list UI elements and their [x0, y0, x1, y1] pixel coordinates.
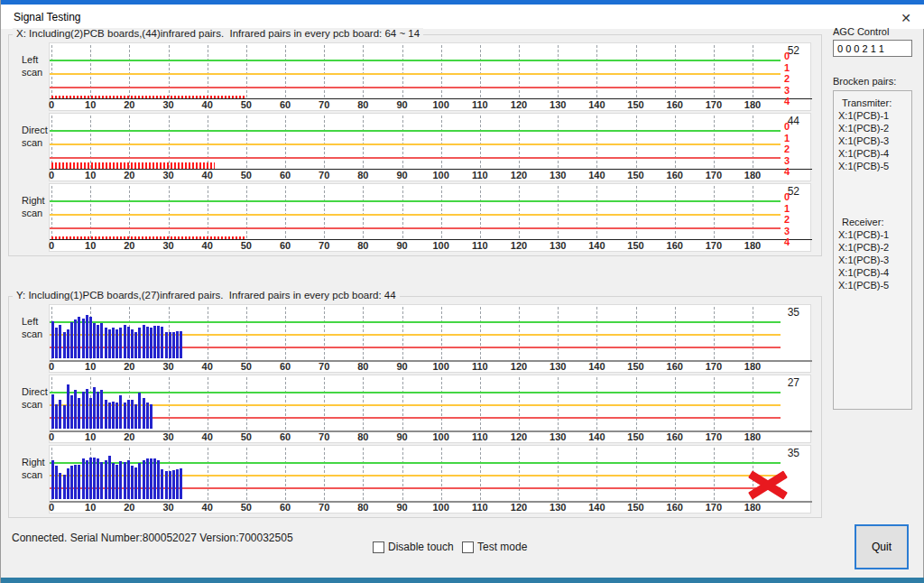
axis-tick-label: 40	[195, 431, 220, 442]
axis-tick-label: 70	[311, 361, 337, 372]
scan-row-left: Left scan0102030405060708090100110120130…	[9, 304, 821, 373]
axis-tick-label: 0	[39, 99, 64, 110]
test-mode-checkbox[interactable]: Test mode	[462, 541, 527, 553]
signal-bar	[70, 466, 73, 499]
gridline	[753, 116, 753, 168]
gridline	[208, 377, 208, 430]
disable-touch-checkbox[interactable]: Disable touch	[373, 541, 454, 553]
axis-tick-label: 100	[429, 502, 454, 513]
scale-label: 2	[784, 73, 790, 84]
gridline	[246, 448, 247, 500]
signal-bar	[124, 325, 126, 358]
broken-pair-item: X:1(PCB)-1	[838, 109, 911, 122]
axis-tick-label: 170	[701, 99, 726, 110]
signal-bar	[74, 465, 77, 499]
signal-bar	[119, 461, 122, 499]
signal-bar	[165, 332, 168, 358]
signal-bar	[108, 329, 111, 358]
broken-pair-item: X:1(PCB)-2	[838, 241, 911, 254]
peak-value: 35	[788, 306, 799, 319]
axis-tick-label: 150	[624, 170, 649, 180]
scale-label: 3	[784, 85, 790, 96]
gridline	[558, 116, 559, 168]
signal-bar	[89, 458, 92, 499]
axis-tick-label: 40	[195, 240, 220, 251]
axis-tick-label: 60	[273, 240, 298, 251]
checkbox-box-icon[interactable]	[462, 541, 474, 553]
signal-bar	[161, 327, 163, 358]
peak-value: 35	[788, 447, 799, 459]
signal-bar	[97, 392, 99, 429]
titlebar: Signal Testing ✕	[1, 5, 924, 29]
quit-button[interactable]: Quit	[855, 524, 909, 569]
gridline	[169, 377, 170, 430]
axis-tick-label: 140	[584, 502, 609, 513]
gridline	[129, 45, 130, 97]
axis-tick-label: 130	[545, 240, 570, 251]
gridline	[324, 448, 325, 500]
signal-bar	[93, 387, 96, 429]
axis-tick-label: 130	[545, 361, 570, 372]
axis-tick-label: 70	[311, 502, 337, 513]
gridline	[519, 448, 520, 500]
signal-bar	[153, 326, 156, 358]
signal-bars	[51, 444, 182, 499]
scale-label: 3	[784, 226, 790, 236]
axis-tick-label: 160	[662, 170, 688, 180]
axis-tick-label: 100	[429, 431, 454, 442]
scale-label: 0	[784, 121, 790, 132]
axis-tick-label: 20	[116, 170, 142, 180]
axis-tick-label: 120	[506, 502, 531, 513]
gridline	[51, 45, 52, 97]
peak-value: 27	[788, 376, 799, 389]
signal-bar	[157, 326, 160, 358]
signal-bar	[55, 328, 58, 358]
gridline	[596, 377, 597, 430]
axis-tick-label: 150	[624, 502, 649, 513]
axis-tick-label: 140	[584, 431, 609, 442]
axis-tick-label: 90	[390, 99, 415, 110]
axis-tick-label: 100	[429, 361, 454, 372]
checkbox-box-icon[interactable]	[373, 541, 384, 553]
signal-bar	[82, 458, 85, 499]
broken-x-icon	[747, 470, 789, 501]
gridline	[636, 448, 637, 500]
threshold-line-green	[50, 392, 781, 393]
threshold-line-green	[50, 200, 781, 202]
threshold-line-yellow	[50, 73, 781, 75]
signal-bar	[55, 404, 58, 429]
signal-bar	[89, 317, 92, 358]
threshold-line-red	[50, 87, 781, 88]
gridline	[402, 116, 403, 168]
gridline	[558, 307, 559, 359]
signal-bar	[97, 458, 99, 499]
gridline	[441, 45, 442, 97]
signal-bar	[150, 328, 152, 358]
close-icon[interactable]: ✕	[896, 9, 916, 27]
signal-bar	[180, 331, 182, 359]
broken-pair-item: X:1(PCB)-3	[838, 134, 911, 147]
axis-tick-label: 160	[662, 361, 688, 372]
gridline	[558, 45, 559, 97]
signal-bar	[165, 471, 168, 499]
axis-tick-label: 50	[234, 502, 259, 513]
status-text: Connected. Serial Number:800052027 Versi…	[12, 532, 293, 544]
gridline	[441, 307, 442, 359]
axis-tick-label: 110	[467, 99, 493, 110]
gridline	[246, 186, 247, 238]
axis-tick-label: 150	[624, 240, 649, 251]
gridline	[675, 186, 676, 238]
axis-tick-label: 70	[311, 170, 337, 180]
signal-bar	[82, 392, 85, 429]
scale-label: 0	[784, 51, 790, 61]
axis-tick-label: 40	[195, 99, 220, 110]
axis-tick-label: 50	[234, 240, 259, 251]
baseline	[50, 98, 812, 99]
broken-pairs-list[interactable]: Transmiter: X:1(PCB)-1X:1(PCB)-2X:1(PCB)…	[833, 90, 912, 410]
broken-pair-item: X:1(PCB)-5	[838, 160, 911, 172]
gridline	[402, 377, 403, 430]
axis-tick-label: 120	[506, 240, 531, 251]
signal-bar	[93, 458, 96, 499]
gridline	[636, 116, 637, 168]
agc-control-input[interactable]	[833, 40, 912, 57]
